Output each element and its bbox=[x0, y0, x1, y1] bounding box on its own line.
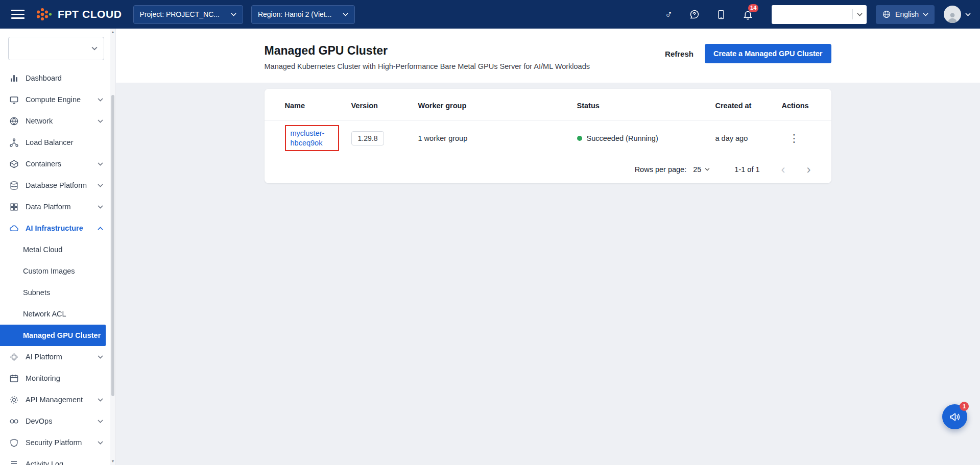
sidebar-subitem-label: Metal Cloud bbox=[23, 246, 62, 254]
sidebar-subitem-managed-gpu-cluster[interactable]: Managed GPU Cluster bbox=[0, 325, 106, 346]
menu-icon[interactable] bbox=[11, 10, 25, 19]
announcements-fab[interactable]: 1 bbox=[942, 404, 967, 429]
sidebar-item-label: Network bbox=[26, 117, 53, 125]
pagination-range: 1-1 of 1 bbox=[734, 165, 759, 174]
chevron-down-icon bbox=[965, 13, 971, 16]
tablet-icon[interactable] bbox=[716, 9, 726, 20]
brand[interactable]: FPT CLOUD bbox=[35, 7, 122, 22]
sidebar-item-devops[interactable]: DevOps bbox=[0, 410, 115, 432]
vpc-select[interactable] bbox=[8, 37, 104, 60]
table-header-row: Name Version Worker group Status Created… bbox=[265, 91, 831, 120]
sidebar-item-label: Security Platform bbox=[26, 438, 82, 447]
compute-engine-icon bbox=[9, 95, 19, 105]
next-page-button[interactable]: › bbox=[807, 164, 811, 174]
sidebar-item-data-platform[interactable]: Data Platform bbox=[0, 196, 115, 217]
user-menu[interactable] bbox=[944, 6, 971, 23]
previous-page-button[interactable]: ‹ bbox=[781, 164, 785, 174]
sidebar-item-api-management[interactable]: API Management bbox=[0, 389, 115, 410]
scrollbar-track[interactable] bbox=[110, 35, 115, 459]
chevron-down-icon bbox=[98, 398, 103, 402]
chevron-down-icon bbox=[98, 205, 103, 209]
version-chip: 1.29.8 bbox=[351, 131, 385, 145]
database-icon bbox=[9, 181, 19, 190]
project-select[interactable]: Project: PROJECT_NC... bbox=[133, 5, 243, 24]
create-cluster-button[interactable]: Create a Managed GPU Cluster bbox=[705, 44, 831, 63]
male-symbol-icon[interactable]: ♂ bbox=[665, 9, 673, 19]
region-select[interactable]: Region: Hanoi 2 (Viet... bbox=[251, 5, 355, 24]
region-select-label: Region: Hanoi 2 (Viet... bbox=[258, 10, 332, 18]
sidebar-item-load-balancer[interactable]: Load Balancer bbox=[0, 132, 115, 153]
chevron-down-icon bbox=[98, 420, 103, 423]
search-divider bbox=[852, 9, 853, 19]
activity-log-icon bbox=[9, 459, 19, 465]
search-input[interactable] bbox=[772, 5, 852, 24]
rows-per-page-label: Rows per page: bbox=[635, 165, 687, 174]
network-icon bbox=[9, 116, 19, 126]
scrollbar-thumb[interactable] bbox=[111, 95, 114, 396]
scrollbar-up-arrow-icon[interactable]: ▲ bbox=[111, 30, 115, 35]
column-header-created-at: Created at bbox=[715, 102, 782, 110]
sidebar-item-label: Dashboard bbox=[26, 74, 62, 82]
sidebar-subitem-metal-cloud[interactable]: Metal Cloud bbox=[0, 239, 115, 260]
chevron-down-icon bbox=[91, 46, 98, 51]
table-row: mycluster-hbceq9ok 1.29.8 1 worker group… bbox=[265, 120, 831, 155]
ai-platform-icon bbox=[9, 352, 19, 362]
main-content: Managed GPU Cluster Managed Kubernetes C… bbox=[115, 0, 980, 465]
sidebar-item-compute-engine[interactable]: Compute Engine bbox=[0, 89, 115, 110]
status-cell: Succeeded (Running) bbox=[577, 134, 715, 142]
search-chevron-icon[interactable] bbox=[857, 13, 863, 16]
column-header-status: Status bbox=[577, 102, 715, 110]
support-chat-icon[interactable] bbox=[689, 9, 700, 20]
sidebar-item-activity-log[interactable]: Activity Log bbox=[0, 453, 115, 465]
sidebar-item-label: AI Infrastructure bbox=[26, 224, 83, 232]
chevron-down-icon bbox=[705, 168, 710, 171]
sidebar-item-ai-infrastructure[interactable]: AI Infrastructure bbox=[0, 217, 115, 239]
fpt-logo-icon bbox=[35, 7, 53, 22]
sidebar-subitem-custom-images[interactable]: Custom Images bbox=[0, 260, 115, 282]
chevron-down-icon bbox=[98, 184, 103, 187]
worker-group-cell: 1 worker group bbox=[418, 134, 577, 142]
page-header: Managed GPU Cluster Managed Kubernetes C… bbox=[115, 29, 980, 83]
search-box[interactable] bbox=[772, 5, 867, 24]
sidebar-item-database-platform[interactable]: Database Platform bbox=[0, 175, 115, 196]
row-actions-menu-icon[interactable]: ⋮ bbox=[789, 132, 800, 144]
chevron-down-icon bbox=[98, 98, 103, 102]
sidebar: Dashboard Compute Engine Network Load Ba… bbox=[0, 29, 115, 465]
language-select[interactable]: English bbox=[876, 5, 935, 24]
page-subtitle: Managed Kubernetes Cluster with High-Per… bbox=[265, 62, 590, 70]
sidebar-item-ai-platform[interactable]: AI Platform bbox=[0, 346, 115, 368]
sidebar-item-monitoring[interactable]: Monitoring bbox=[0, 368, 115, 389]
sidebar-item-security-platform[interactable]: Security Platform bbox=[0, 432, 115, 453]
sidebar-subitem-network-acl[interactable]: Network ACL bbox=[0, 303, 115, 325]
cluster-name-link[interactable]: mycluster-hbceq9ok bbox=[291, 129, 333, 148]
sidebar-subitem-label: Subnets bbox=[23, 288, 50, 297]
page-title: Managed GPU Cluster bbox=[265, 44, 590, 58]
chevron-down-icon bbox=[98, 119, 103, 123]
refresh-button[interactable]: Refresh bbox=[659, 45, 700, 63]
megaphone-icon bbox=[949, 411, 961, 423]
sidebar-item-dashboard[interactable]: Dashboard bbox=[0, 67, 115, 89]
sidebar-subitem-label: Managed GPU Cluster bbox=[23, 331, 101, 339]
data-platform-icon bbox=[9, 202, 19, 212]
sidebar-subitem-subnets[interactable]: Subnets bbox=[0, 282, 115, 303]
cluster-table-card: Name Version Worker group Status Created… bbox=[265, 89, 831, 183]
sidebar-subitem-label: Network ACL bbox=[23, 310, 66, 318]
language-label: English bbox=[895, 10, 919, 18]
sidebar-item-containers[interactable]: Containers bbox=[0, 153, 115, 175]
notifications-bell-icon[interactable]: 14 bbox=[743, 9, 753, 20]
chevron-down-icon bbox=[923, 13, 928, 16]
notification-badge: 14 bbox=[748, 4, 758, 12]
sidebar-item-label: Compute Engine bbox=[26, 95, 81, 104]
pagination: Rows per page: 25 1-1 of 1 ‹ › bbox=[265, 155, 831, 180]
monitoring-icon bbox=[9, 374, 19, 383]
column-header-worker-group: Worker group bbox=[418, 102, 577, 110]
scrollbar-down-arrow-icon[interactable]: ▼ bbox=[111, 459, 115, 464]
sidebar-item-label: Database Platform bbox=[26, 181, 87, 189]
chevron-down-icon bbox=[231, 13, 236, 16]
sidebar-item-network[interactable]: Network bbox=[0, 110, 115, 132]
rows-per-page-select[interactable]: 25 bbox=[693, 165, 710, 174]
sidebar-scrollbar[interactable]: ▲ ▼ bbox=[110, 29, 115, 465]
project-select-label: Project: PROJECT_NC... bbox=[140, 10, 220, 18]
api-management-icon bbox=[9, 395, 19, 405]
column-header-actions: Actions bbox=[782, 102, 811, 110]
